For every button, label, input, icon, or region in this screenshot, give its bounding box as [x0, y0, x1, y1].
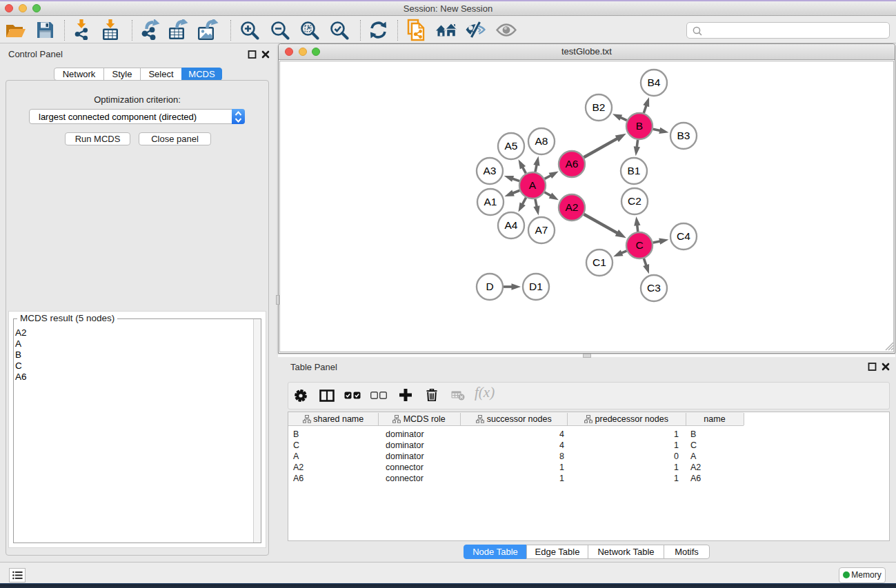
svg-text:B3: B3	[677, 130, 690, 141]
svg-text:A8: A8	[535, 135, 548, 147]
svg-text:D: D	[486, 281, 493, 292]
svg-text:A3: A3	[484, 165, 497, 176]
svg-text:A1: A1	[484, 196, 497, 207]
svg-text:B2: B2	[593, 101, 606, 113]
svg-text:A: A	[529, 179, 537, 191]
svg-text:A2: A2	[566, 201, 579, 213]
svg-text:C3: C3	[647, 282, 661, 294]
svg-text:A4: A4	[505, 219, 518, 231]
svg-text:C1: C1	[593, 256, 606, 268]
svg-text:D1: D1	[529, 281, 543, 292]
svg-text:C4: C4	[677, 230, 690, 242]
svg-text:B1: B1	[628, 165, 641, 176]
svg-text:A7: A7	[535, 224, 548, 236]
svg-text:C: C	[635, 239, 643, 251]
svg-text:A5: A5	[505, 140, 518, 152]
svg-text:C2: C2	[628, 195, 641, 207]
svg-text:B4: B4	[648, 77, 661, 88]
svg-text:A6: A6	[566, 158, 579, 170]
svg-text:B: B	[636, 120, 643, 132]
